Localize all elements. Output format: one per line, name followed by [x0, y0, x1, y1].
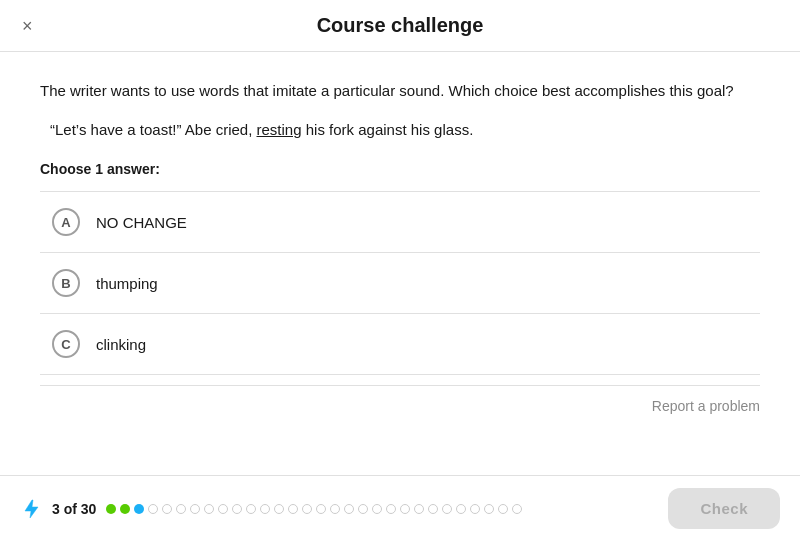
progress-dot: [442, 504, 452, 514]
question-text: The writer wants to use words that imita…: [40, 80, 760, 103]
progress-dot: [218, 504, 228, 514]
modal-footer: 3 of 30 Check: [0, 475, 800, 541]
answer-text: clinking: [96, 336, 146, 353]
progress-dot: [288, 504, 298, 514]
progress-dot: [302, 504, 312, 514]
modal-container: × Course challenge The writer wants to u…: [0, 0, 800, 541]
progress-dot: [106, 504, 116, 514]
modal-body: The writer wants to use words that imita…: [0, 52, 800, 475]
progress-dot: [316, 504, 326, 514]
progress-dot: [246, 504, 256, 514]
progress-dot: [330, 504, 340, 514]
progress-dot: [414, 504, 424, 514]
progress-dot: [134, 504, 144, 514]
quote-text: “Let’s have a toast!” Abe cried, resting…: [40, 119, 760, 142]
report-problem-button[interactable]: Report a problem: [652, 398, 760, 414]
answer-item[interactable]: C clinking: [40, 314, 760, 375]
progress-dot: [512, 504, 522, 514]
progress-dot: [428, 504, 438, 514]
answer-circle: C: [52, 330, 80, 358]
progress-dot: [162, 504, 172, 514]
report-row: Report a problem: [40, 386, 760, 418]
progress-dot: [400, 504, 410, 514]
progress-dot: [148, 504, 158, 514]
progress-dot: [358, 504, 368, 514]
choose-label: Choose 1 answer:: [40, 161, 760, 177]
progress-dot: [190, 504, 200, 514]
progress-count: 3 of 30: [52, 501, 96, 517]
progress-dot: [120, 504, 130, 514]
answer-item[interactable]: B thumping: [40, 253, 760, 314]
progress-dot: [260, 504, 270, 514]
footer-left: 3 of 30: [20, 498, 522, 520]
progress-dot: [232, 504, 242, 514]
progress-dot: [274, 504, 284, 514]
check-button[interactable]: Check: [668, 488, 780, 529]
progress-dot: [456, 504, 466, 514]
answer-item[interactable]: A NO CHANGE: [40, 192, 760, 253]
answer-text: thumping: [96, 275, 158, 292]
answer-circle: B: [52, 269, 80, 297]
answer-circle: A: [52, 208, 80, 236]
modal-title: Course challenge: [317, 14, 484, 37]
answer-list: A NO CHANGE B thumping C clinking: [40, 191, 760, 375]
progress-dot: [484, 504, 494, 514]
progress-dot: [372, 504, 382, 514]
progress-dot: [344, 504, 354, 514]
progress-dot: [386, 504, 396, 514]
progress-dot: [176, 504, 186, 514]
progress-dot: [470, 504, 480, 514]
progress-dot: [204, 504, 214, 514]
progress-dot: [498, 504, 508, 514]
answer-text: NO CHANGE: [96, 214, 187, 231]
close-button[interactable]: ×: [18, 13, 37, 39]
progress-dots: [106, 504, 522, 514]
streak-icon: [20, 498, 42, 520]
underlined-word: resting: [257, 121, 302, 138]
modal-header: × Course challenge: [0, 0, 800, 52]
